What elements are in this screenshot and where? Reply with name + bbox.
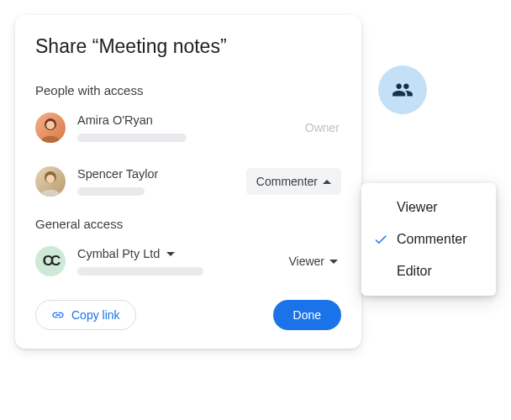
role-option-label: Commenter [397, 232, 467, 247]
person-info: Spencer Taylor [77, 167, 246, 196]
role-dropdown-label: Viewer [288, 255, 324, 268]
placeholder-line [77, 187, 145, 196]
org-name: Cymbal Pty Ltd [77, 247, 160, 260]
person-row: Spencer Taylor Commenter [35, 163, 341, 200]
caret-down-icon [329, 260, 338, 264]
role-option-editor[interactable]: Editor [361, 255, 496, 287]
role-dropdown-commenter[interactable]: Commenter [246, 168, 341, 195]
avatar [35, 166, 66, 197]
svg-point-3 [46, 175, 55, 183]
general-section-label: General access [35, 217, 341, 231]
org-scope-dropdown[interactable]: Cymbal Pty Ltd [77, 247, 285, 260]
people-section-label: People with access [35, 83, 341, 97]
share-dialog: Share “Meeting notes” People with access… [15, 15, 361, 349]
people-icon [392, 79, 414, 101]
role-option-label: Viewer [397, 200, 438, 215]
role-dropdown-viewer[interactable]: Viewer [285, 248, 341, 275]
share-badge [378, 66, 427, 114]
copy-link-label: Copy link [71, 308, 120, 322]
org-row: CC Cymbal Pty Ltd Viewer [35, 243, 341, 280]
person-name: Spencer Taylor [77, 167, 246, 181]
role-label-owner: Owner [305, 121, 340, 134]
org-info: Cymbal Pty Ltd [77, 247, 285, 276]
role-menu: Viewer Commenter Editor [361, 183, 496, 296]
dialog-title: Share “Meeting notes” [35, 35, 341, 58]
role-option-viewer[interactable]: Viewer [361, 192, 496, 223]
avatar [35, 113, 66, 143]
dialog-footer: Copy link Done [35, 300, 341, 330]
person-info: Amira O'Ryan [77, 113, 305, 142]
person-name: Amira O'Ryan [77, 113, 305, 127]
link-icon [51, 308, 65, 322]
check-icon [373, 232, 388, 247]
role-option-commenter[interactable]: Commenter [361, 223, 496, 255]
placeholder-line [77, 134, 187, 142]
svg-point-1 [46, 121, 55, 129]
role-option-label: Editor [397, 264, 432, 279]
caret-down-icon [166, 252, 175, 256]
person-row: Amira O'Ryan Owner [35, 109, 341, 146]
org-avatar: CC [35, 246, 66, 276]
done-button[interactable]: Done [273, 300, 341, 330]
role-dropdown-label: Commenter [256, 175, 318, 188]
caret-up-icon [323, 180, 331, 184]
placeholder-line [77, 267, 203, 276]
copy-link-button[interactable]: Copy link [35, 300, 136, 330]
person-icon [35, 166, 66, 197]
person-icon [35, 113, 66, 143]
